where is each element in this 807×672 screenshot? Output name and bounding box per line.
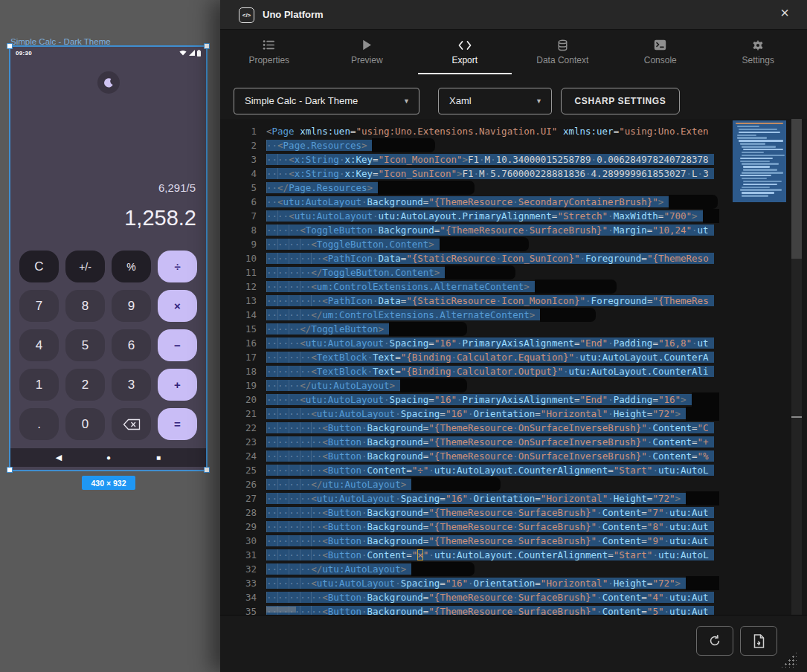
calc-key-0[interactable]: 0 xyxy=(65,408,105,440)
nav-recents-icon: ■ xyxy=(151,448,166,467)
line-number: 8 xyxy=(220,223,257,237)
code-line: ··········<Button·Background="{ThemeReso… xyxy=(266,449,719,463)
line-number: 19 xyxy=(220,378,257,392)
overview-marker xyxy=(791,416,802,418)
line-number: 26 xyxy=(220,477,257,491)
calc-key-1[interactable]: 1 xyxy=(19,369,59,401)
code-line: ······</ToggleButton> xyxy=(266,322,719,336)
code-line: ··</Page.Resources> xyxy=(266,181,719,195)
plugin-bottom-bar xyxy=(220,615,807,672)
nav-home-icon: ● xyxy=(101,448,116,467)
code-line: ····<x:String·x:Key="Icon_SunIcon">F1·M·… xyxy=(266,167,719,181)
code-line: ··········<Button·Background="{ThemeReso… xyxy=(266,505,719,520)
format-select-dropdown[interactable]: Xaml ▼ xyxy=(438,88,552,114)
line-number: 9 xyxy=(220,237,257,251)
refresh-icon xyxy=(708,634,721,647)
calc-key-+[interactable]: + xyxy=(158,369,197,401)
status-time: 09:30 xyxy=(16,50,32,56)
line-number: 29 xyxy=(220,520,257,534)
selection-handle-bottom-right[interactable] xyxy=(204,467,210,473)
code-line: <Page xmlns:uen="using:Uno.Extensions.Na… xyxy=(266,124,719,138)
tab-console[interactable]: Console xyxy=(611,30,710,74)
close-icon[interactable]: × xyxy=(780,4,789,22)
code-line: ········<TextBlock·Text="{Binding·Calcul… xyxy=(266,350,719,364)
selection-handle-bottom-left[interactable] xyxy=(7,467,13,473)
code-line: ········<utu:AutoLayout·Spacing="16"·Ori… xyxy=(266,491,719,505)
calc-key-%[interactable]: % xyxy=(112,251,151,282)
design-frame[interactable]: 09:30 6,291/5 1,258.2 C+/-%÷789×456−123+… xyxy=(10,47,206,470)
format-select-value: Xaml xyxy=(449,95,472,106)
frame-select-value: Simple Calc - Dark Theme xyxy=(245,95,358,106)
export-file-button[interactable] xyxy=(740,626,777,656)
line-number-gutter: 1234567891011121314151617181920212223242… xyxy=(220,119,257,615)
tab-label: Preview xyxy=(351,55,383,65)
calc-key-9[interactable]: 9 xyxy=(112,290,151,322)
status-icons xyxy=(179,50,201,56)
android-nav-bar: ◀ ● ■ xyxy=(10,448,206,467)
line-number: 24 xyxy=(220,449,257,463)
line-number: 22 xyxy=(220,421,257,435)
code-line: ········<utu:AutoLayout·Spacing="16"·Ori… xyxy=(266,576,719,590)
calc-key-3[interactable]: 3 xyxy=(112,369,151,401)
vertical-scrollbar-thumb[interactable] xyxy=(791,119,802,259)
code-content[interactable]: <Page xmlns:uen="using:Uno.Extensions.Na… xyxy=(266,119,719,615)
calc-key-+/-[interactable]: +/- xyxy=(65,251,105,282)
plugin-title-bar: </> Uno Platform × xyxy=(220,0,807,30)
tab-label: Console xyxy=(644,55,677,65)
csharp-settings-button[interactable]: CSHARP SETTINGS xyxy=(561,88,680,114)
selection-handle-top-right[interactable] xyxy=(204,43,210,49)
tab-settings[interactable]: Settings xyxy=(710,30,807,74)
code-line: ··········<Button·Background="{ThemeReso… xyxy=(266,590,719,604)
line-number: 17 xyxy=(220,350,257,364)
line-number: 11 xyxy=(220,265,257,280)
line-number: 25 xyxy=(220,463,257,477)
calc-key-÷[interactable]: ÷ xyxy=(158,251,197,282)
line-number: 13 xyxy=(220,294,257,308)
calc-key-4[interactable]: 4 xyxy=(19,329,59,361)
theme-toggle-button[interactable] xyxy=(97,71,120,94)
calc-key-×[interactable]: × xyxy=(158,290,197,322)
calc-key-8[interactable]: 8 xyxy=(65,290,105,322)
selection-handle-top-left[interactable] xyxy=(7,43,13,49)
properties-icon xyxy=(263,39,275,51)
calc-key-7[interactable]: 7 xyxy=(19,290,59,322)
calc-key-6[interactable]: 6 xyxy=(112,329,151,361)
uno-platform-logo-icon: </> xyxy=(239,7,254,23)
frame-select-dropdown[interactable]: Simple Calc - Dark Theme ▼ xyxy=(234,88,419,114)
line-number: 33 xyxy=(220,576,257,590)
frame-label[interactable]: Simple Calc - Dark Theme xyxy=(10,37,206,46)
calc-key-.[interactable]: . xyxy=(19,408,59,440)
backspace-icon xyxy=(123,419,141,430)
code-line: ········<ToggleButton.Content> xyxy=(266,237,719,251)
gear-icon xyxy=(752,39,764,51)
calc-key-−[interactable]: − xyxy=(158,329,197,361)
plugin-title: Uno Platform xyxy=(263,0,324,30)
code-line: ········</ToggleButton.Content> xyxy=(266,265,719,280)
refresh-button[interactable] xyxy=(696,626,733,656)
calc-key-5[interactable]: 5 xyxy=(65,329,105,361)
code-editor[interactable]: 1234567891011121314151617181920212223242… xyxy=(220,119,807,615)
code-line: ··········<PathIcon·Data="{StaticResourc… xyxy=(266,251,719,265)
resize-grip[interactable] xyxy=(780,651,797,668)
code-icon xyxy=(458,39,472,51)
calc-key-=[interactable]: = xyxy=(158,408,197,440)
line-number: 7 xyxy=(220,209,257,223)
horizontal-scrollbar-thumb[interactable] xyxy=(266,607,296,613)
code-line: ······<ToggleButton·Background="{ThemeRe… xyxy=(266,223,719,237)
code-line: ······<utu:AutoLayout·Spacing="16"·Prima… xyxy=(266,392,719,407)
code-line: ········<utu:AutoLayout·Spacing="16"·Ori… xyxy=(266,407,719,421)
calc-key-backspace[interactable] xyxy=(112,408,151,440)
tab-preview[interactable]: Preview xyxy=(318,30,417,74)
code-line: ··········<Button·Background="{ThemeReso… xyxy=(266,421,719,435)
line-number: 4 xyxy=(220,167,257,181)
tab-properties[interactable]: Properties xyxy=(220,30,318,74)
calculator-output: 1,258.2 xyxy=(124,206,196,230)
tab-export[interactable]: Export xyxy=(416,30,514,74)
vertical-scrollbar[interactable] xyxy=(791,119,802,615)
tab-data-context[interactable]: Data Context xyxy=(514,30,612,74)
calc-key-2[interactable]: 2 xyxy=(65,369,105,401)
signal-icon xyxy=(189,50,195,56)
calc-key-C[interactable]: C xyxy=(19,251,59,282)
minimap[interactable] xyxy=(733,119,786,615)
line-number: 18 xyxy=(220,364,257,378)
